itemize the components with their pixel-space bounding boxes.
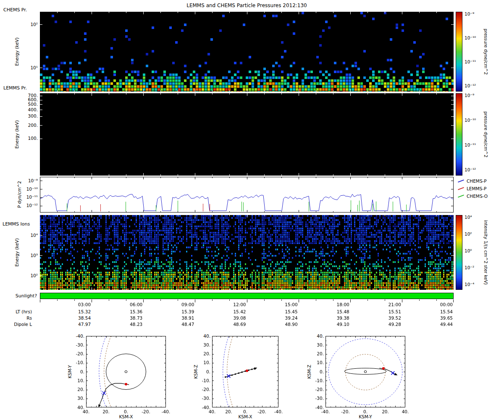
- colorbar-tick-label: 10⁻⁹: [465, 93, 484, 98]
- colorbar-tick-label: 10²: [465, 231, 484, 237]
- time-tick-label: 18:00: [324, 302, 349, 307]
- time-tick-label: 15:00: [273, 302, 298, 307]
- chems-pressure-spectrogram: [40, 12, 454, 92]
- ephemeris-row-label-dipole-l: Dipole L: [0, 322, 32, 327]
- orbit-y-tick-label: 30.: [194, 342, 210, 348]
- orbit-xy-x-axis-title: KSM-X: [113, 414, 139, 420]
- page-title: LEMMS and CHEMS Particle Pressures 2012:…: [40, 3, 454, 8]
- y-tick-label: 10⁻¹²: [17, 203, 38, 208]
- legend-label: CHEMS-P: [467, 178, 487, 184]
- lemms-pressure-spectrogram: [40, 93, 454, 176]
- orbit-x-tick-label: 20.: [220, 409, 237, 415]
- ephemeris-value: 15.42: [221, 309, 246, 315]
- orbit-y-tick-label: 20.: [194, 351, 210, 357]
- orbit-y-tick-label: 40.: [194, 333, 210, 339]
- colorbar-tick-label: 10⁻²: [465, 265, 484, 270]
- orbit-y-tick-label: 30.: [307, 342, 324, 348]
- time-tick-label: 06:00: [117, 302, 142, 307]
- orbit-y-tick-label: -10.: [194, 378, 210, 383]
- y-tick-label: 10¹: [17, 65, 38, 71]
- ephemeris-value: 15.48: [324, 309, 349, 315]
- orbit-x-tick-label: 0.: [237, 409, 254, 415]
- ephemeris-value: 48.23: [117, 322, 142, 327]
- y-tick-label: 10⁻¹⁰: [17, 186, 38, 192]
- y-tick-label: 10⁻¹¹: [17, 194, 38, 200]
- orbit-x-tick-label: -40.: [158, 409, 174, 415]
- orbit-y-tick-label: 0.: [68, 369, 84, 375]
- orbit-x-tick-label: -40.: [270, 409, 287, 415]
- ephemeris-value: 38.91: [169, 315, 194, 321]
- orbit-x-tick-label: -20.: [138, 409, 155, 415]
- ephemeris-value: 15.36: [117, 309, 142, 315]
- orbit-x-tick-label: 0.: [118, 409, 134, 415]
- orbit-x-tick-label: -40.: [317, 409, 334, 415]
- orbit-y-tick-label: 40.: [307, 333, 324, 339]
- time-tick-label: 21:00: [376, 302, 401, 307]
- colorbar-tick-label: 10⁰: [465, 248, 484, 254]
- colorbar-tick-label: 10⁻¹²: [465, 83, 484, 89]
- colorbar-title-pressure-1: pressure dyne/cm^2: [483, 29, 488, 75]
- colorbar-tick-label: 10⁻¹¹: [465, 59, 484, 65]
- ephemeris-value: 39.52: [376, 315, 401, 321]
- orbit-xz-x-axis-title: KSM-X: [233, 414, 258, 420]
- orbit-y-tick-label: -20.: [68, 351, 84, 357]
- legend-item-chems-o: CHEMS-O: [458, 193, 488, 200]
- pressure-colorbar-1: [456, 12, 462, 92]
- orbit-y-tick-label: -30.: [307, 396, 324, 401]
- orbit-plot-ksmx-ksmy: [86, 336, 166, 407]
- orbit-y-tick-label: 20.: [68, 387, 84, 392]
- orbit-y-tick-label: -20.: [307, 387, 324, 392]
- intensity-colorbar: [456, 215, 462, 290]
- ephemeris-value: 38.73: [117, 315, 142, 321]
- orbit-y-tick-label: 0.: [194, 369, 210, 375]
- panel-label-lemms: LEMMS Pr.: [3, 85, 27, 91]
- orbit-y-tick-label: 10.: [68, 378, 84, 383]
- ephemeris-value: 49.10: [324, 322, 349, 327]
- orbit-plot-ksmx-ksmz: [212, 336, 278, 407]
- y-tick-label: 500.: [17, 102, 38, 107]
- y-tick-label: 10²: [17, 273, 38, 278]
- orbit-y-tick-label: 0.: [307, 369, 324, 375]
- y-axis-title-energy-chems: Energy (keV): [14, 37, 19, 66]
- orbit-y-tick-label: 30.: [68, 396, 84, 401]
- orbit-y-tick-label: 10.: [194, 360, 210, 365]
- colorbar-title-intensity: intensity 1/(s cm^2 ster keV): [483, 220, 488, 285]
- y-tick-label: 200.: [17, 123, 38, 128]
- y-tick-label: 10⁴: [17, 233, 38, 238]
- orbit-y-tick-label: -10.: [307, 378, 324, 383]
- ephemeris-value: 15.32: [66, 309, 91, 315]
- time-tick-label: 09:00: [169, 302, 194, 307]
- pressure-colorbar-2: [456, 93, 462, 176]
- orbit-x-tick-label: 40.: [397, 409, 414, 415]
- ephemeris-value: 38.54: [66, 315, 91, 321]
- chems-o-line-swatch: [458, 194, 464, 197]
- orbit-x-tick-label: 40.: [204, 409, 220, 415]
- legend-label: LEMMS-P: [467, 186, 486, 191]
- colorbar-tick-label: 10⁴: [465, 215, 484, 220]
- y-tick-label: 10³: [17, 253, 38, 258]
- y-tick-label: 100.: [17, 136, 38, 141]
- panel-label-ions: LEMMS Ions: [3, 221, 30, 227]
- colorbar-tick-label: 10⁻¹⁰: [465, 118, 484, 123]
- time-tick-label: 12:00: [221, 302, 246, 307]
- y-tick-label: 300.: [17, 113, 38, 119]
- lemms-p-line-swatch: [458, 187, 464, 190]
- ephemeris-value: 48.90: [273, 322, 298, 327]
- orbit-x-tick-label: 20.: [377, 409, 394, 415]
- orbit-yz-x-axis-title: KSM-Y: [353, 414, 378, 420]
- ephemeris-value: 15.51: [376, 309, 401, 315]
- y-tick-label: 10²: [17, 22, 38, 27]
- orbit-y-tick-label: 20.: [307, 351, 324, 357]
- orbit-y-tick-label: -30.: [194, 396, 210, 401]
- ephemeris-row-label-rs: Rs: [0, 315, 32, 321]
- ephemeris-value: 39.65: [428, 315, 453, 321]
- ephemeris-value: 48.69: [221, 322, 246, 327]
- y-tick-label: 10⁻⁹: [17, 178, 38, 184]
- colorbar-tick-label: 10⁻¹⁰: [465, 35, 484, 41]
- orbit-x-tick-label: 20.: [98, 409, 115, 415]
- colorbar-tick-label: 10⁻⁹: [465, 11, 484, 17]
- ephemeris-value: 48.47: [169, 322, 194, 327]
- orbit-x-tick-label: -20.: [337, 409, 354, 415]
- ephemeris-value: 15.54: [428, 309, 453, 315]
- ephemeris-value: 39.08: [221, 315, 246, 321]
